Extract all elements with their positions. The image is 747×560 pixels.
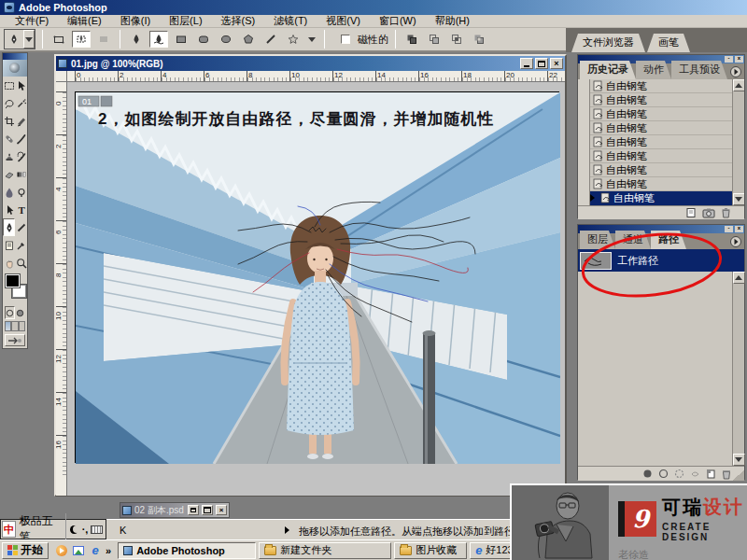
zoom-tool[interactable] (15, 254, 27, 272)
taskbar-button[interactable]: Adobe Photoshop (118, 542, 256, 559)
ime-keyboard-icon[interactable] (91, 525, 103, 534)
magnetic-checkbox[interactable] (341, 35, 350, 44)
line-tool-button[interactable] (261, 31, 280, 48)
menu-item[interactable]: 帮助(H) (426, 14, 479, 28)
app-titlebar[interactable]: Adobe Photoshop (0, 0, 747, 15)
menu-item[interactable]: 文件(F) (6, 14, 58, 28)
eyedropper-tool[interactable] (15, 236, 27, 254)
scroll-down-button[interactable] (733, 454, 745, 466)
notes-tool[interactable] (3, 236, 15, 254)
crop-tool[interactable] (3, 112, 15, 130)
image-viewer-icon[interactable] (72, 544, 85, 557)
fill-path-button[interactable] (642, 469, 653, 479)
doc-minimize-button[interactable] (520, 58, 533, 69)
doc-maximize-button[interactable] (535, 58, 548, 69)
gradient-tool[interactable] (15, 165, 27, 183)
history-source-well[interactable] (578, 163, 590, 177)
history-entry[interactable]: 自由钢笔 (578, 177, 744, 191)
blur-tool[interactable] (3, 183, 15, 201)
menu-item[interactable]: 视图(V) (317, 14, 370, 28)
rectangle-tool-button[interactable] (172, 31, 190, 48)
paths-mode-button[interactable] (72, 31, 91, 48)
internet-explorer-icon[interactable]: e (89, 544, 102, 557)
scroll-down-button[interactable] (733, 193, 745, 205)
stroke-path-button[interactable] (658, 469, 669, 479)
history-source-well[interactable] (578, 121, 590, 135)
custom-shape-tool-button[interactable] (284, 31, 303, 48)
eraser-tool[interactable] (3, 165, 15, 183)
palette-well-tab[interactable]: 画笔 (647, 34, 690, 52)
rectangular-marquee-tool[interactable] (3, 77, 15, 94)
history-source-well[interactable] (578, 191, 590, 205)
doc-close-button[interactable]: × (550, 58, 563, 69)
standard-screen-mode-button[interactable] (5, 321, 11, 331)
delete-path-button[interactable] (722, 469, 731, 480)
canvas-area[interactable]: 2，如图绘制开放自由路径，尽量圆滑，并增加随机性 01 (67, 82, 565, 496)
history-entry[interactable]: 自由钢笔 (578, 149, 744, 163)
menu-item[interactable]: 图像(I) (111, 14, 160, 28)
history-entry[interactable]: 自由钢笔 (578, 163, 744, 177)
history-panel-tab[interactable]: 历史记录 (580, 61, 636, 79)
make-work-path-button[interactable] (690, 469, 700, 479)
exclude-path-areas-button[interactable] (470, 31, 488, 48)
history-entry[interactable]: 自由钢笔 (578, 93, 744, 107)
paths-panel-tab[interactable]: 图层 (580, 231, 615, 249)
paths-list-empty[interactable] (578, 272, 744, 466)
history-entry[interactable]: 自由钢笔 (578, 121, 744, 135)
path-selection-tool[interactable] (3, 201, 15, 218)
paths-panel-tab[interactable]: 通道 (615, 231, 651, 249)
new-document-from-state-button[interactable] (685, 207, 697, 218)
quick-mask-mode-button[interactable] (15, 306, 25, 319)
lasso-tool[interactable] (3, 94, 15, 112)
quick-launch-chevron[interactable]: » (106, 545, 111, 556)
line-shape-tool[interactable] (15, 218, 27, 236)
hand-tool[interactable] (3, 254, 15, 272)
photo-image[interactable]: 2，如图绘制开放自由路径，尽量圆滑，并增加随机性 01 (75, 91, 559, 463)
panel-menu-button[interactable] (730, 66, 741, 77)
rounded-rectangle-tool-button[interactable] (194, 31, 213, 48)
history-source-well[interactable] (578, 93, 590, 107)
dodge-tool[interactable] (15, 183, 27, 201)
load-path-as-selection-button[interactable] (674, 469, 684, 479)
history-source-well[interactable] (578, 149, 590, 163)
toolbox-titlebar[interactable] (3, 53, 27, 60)
doc-maximize-button[interactable] (202, 505, 213, 515)
type-tool[interactable]: T (15, 201, 27, 218)
ellipse-tool-button[interactable] (217, 31, 235, 48)
shape-layers-button[interactable] (49, 31, 68, 48)
history-brush-tool[interactable] (15, 147, 27, 165)
menu-item[interactable]: 选择(S) (212, 14, 265, 28)
menu-item[interactable]: 图层(L) (160, 14, 211, 28)
ime-punctuation-icon[interactable]: ·, (82, 524, 89, 535)
document-titlebar[interactable]: 01.jpg @ 100%(RGB) × (56, 56, 565, 71)
subtract-from-path-area-button[interactable] (425, 31, 444, 48)
paths-panel-tab[interactable]: 路径 (651, 231, 686, 249)
panel-menu-button[interactable] (730, 236, 741, 247)
status-popup-arrow[interactable] (285, 526, 289, 534)
history-scrollbar[interactable] (732, 79, 744, 205)
add-to-path-area-button[interactable] (402, 31, 421, 48)
menu-item[interactable]: 窗口(W) (370, 14, 426, 28)
history-entry[interactable]: 自由钢笔 (578, 79, 744, 93)
doc-close-button[interactable]: × (216, 505, 227, 515)
scroll-up-button[interactable] (733, 79, 745, 91)
palette-well-tab[interactable]: 文件浏览器 (571, 34, 645, 52)
scroll-up-button[interactable] (733, 272, 745, 284)
magic-wand-tool[interactable] (15, 94, 27, 112)
clone-stamp-tool[interactable] (3, 147, 15, 165)
polygon-tool-button[interactable] (239, 31, 258, 48)
preset-dropdown-arrow[interactable] (23, 30, 35, 49)
doc-restore-button[interactable] (188, 505, 199, 515)
history-entry[interactable]: 自由钢笔 (578, 107, 744, 121)
history-entry[interactable]: 自由钢笔 (578, 191, 744, 205)
healing-brush-tool[interactable] (3, 130, 15, 147)
history-panel-tab[interactable]: 动作 (636, 61, 671, 79)
pen-tool-button[interactable] (127, 31, 146, 48)
panel-close-button[interactable]: x (735, 226, 743, 232)
move-tool[interactable] (15, 77, 27, 94)
shape-options-arrow[interactable] (306, 30, 317, 49)
ime-language-button[interactable]: 中 (2, 521, 16, 538)
brush-tool[interactable] (15, 130, 27, 147)
work-path-row[interactable]: 工作路径 (578, 249, 744, 272)
history-source-well[interactable] (578, 135, 590, 149)
